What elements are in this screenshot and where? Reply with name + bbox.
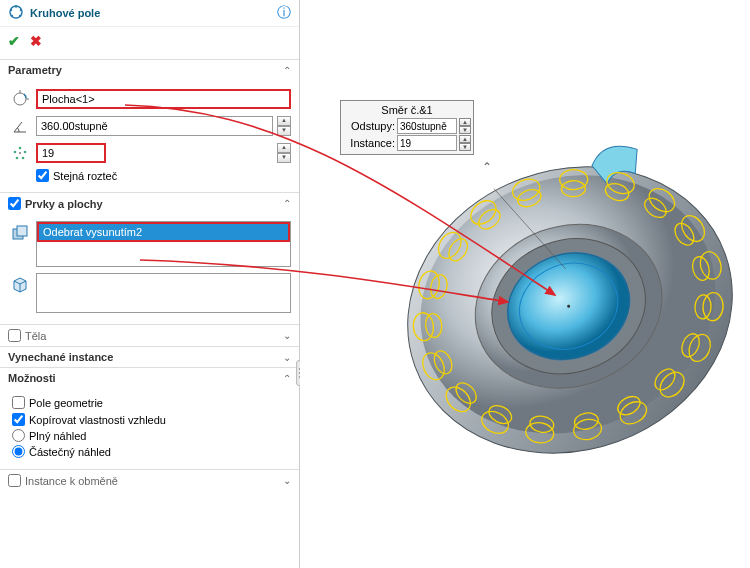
geometry-pattern-checkbox[interactable]: [12, 396, 25, 409]
section-vary-label: Instance k obměně: [25, 475, 118, 487]
chevron-up-icon: ⌃: [283, 198, 291, 209]
section-parametry-body: ▲▼ ▲▼ Stejná rozteč: [0, 80, 299, 192]
section-vary-header[interactable]: Instance k obměně ⌄: [0, 469, 299, 491]
property-panel: Kruhové pole ⓘ ✔ ✖ Parametry ⌃ ▲▼: [0, 0, 300, 568]
model-render: [380, 10, 740, 560]
ok-button[interactable]: ✔: [8, 33, 20, 49]
svg-point-2: [20, 9, 22, 11]
chevron-up-icon: ⌃: [283, 65, 291, 76]
section-parametry-header[interactable]: Parametry ⌃: [0, 59, 299, 80]
chevron-up-icon: ⌃: [283, 373, 291, 384]
count-icon: [8, 141, 32, 165]
svg-point-3: [19, 15, 21, 17]
axis-icon: [8, 87, 32, 111]
graphics-viewport[interactable]: Směr č.&1 Odstupy: ▲▼ Instance: ▲▼ ⌃: [300, 0, 750, 568]
features-list-icon: [8, 221, 32, 245]
feature-list-item[interactable]: Odebrat vysunutím2: [37, 222, 290, 242]
section-parametry-label: Parametry: [8, 64, 62, 76]
svg-point-11: [14, 151, 17, 154]
section-bodies-label: Těla: [25, 330, 46, 342]
section-options-body: Pole geometrie Kopírovat vlastnosti vzhl…: [0, 388, 299, 469]
vary-instances-checkbox[interactable]: [8, 474, 21, 487]
svg-point-9: [22, 157, 25, 160]
bodies-section-checkbox[interactable]: [8, 329, 21, 342]
cancel-button[interactable]: ✖: [30, 33, 42, 49]
svg-point-7: [19, 147, 22, 150]
section-features-label: Prvky a plochy: [25, 198, 103, 210]
partial-preview-label: Částečný náhled: [29, 446, 111, 458]
geometry-pattern-label: Pole geometrie: [29, 397, 103, 409]
svg-point-12: [19, 152, 21, 154]
section-skipped-label: Vynechané instance: [8, 351, 113, 363]
svg-point-5: [10, 9, 12, 11]
axis-input[interactable]: [36, 89, 291, 109]
section-features-body: Odebrat vysunutím2: [0, 214, 299, 324]
features-listbox[interactable]: Odebrat vysunutím2: [36, 221, 291, 267]
section-features-header[interactable]: Prvky a plochy ⌃: [0, 192, 299, 214]
angle-input[interactable]: [36, 116, 273, 136]
section-options-header[interactable]: Možnosti ⌃: [0, 367, 299, 388]
faces-list-icon: [8, 273, 32, 297]
chevron-down-icon: ⌄: [283, 330, 291, 341]
angle-icon: [8, 114, 32, 138]
partial-preview-radio[interactable]: [12, 445, 25, 458]
help-icon[interactable]: ⓘ: [277, 4, 291, 22]
copy-appearance-label: Kopírovat vlastnosti vzhledu: [29, 414, 166, 426]
full-preview-radio[interactable]: [12, 429, 25, 442]
svg-point-4: [11, 15, 13, 17]
confirm-row: ✔ ✖: [0, 27, 299, 59]
section-bodies-header[interactable]: Těla ⌄: [0, 324, 299, 346]
svg-rect-14: [17, 226, 27, 236]
section-options-label: Možnosti: [8, 372, 56, 384]
equal-spacing-checkbox[interactable]: [36, 169, 49, 182]
svg-point-8: [24, 151, 27, 154]
panel-title: Kruhové pole: [30, 7, 277, 19]
chevron-down-icon: ⌄: [283, 352, 291, 363]
features-section-checkbox[interactable]: [8, 197, 21, 210]
full-preview-label: Plný náhled: [29, 430, 87, 442]
copy-appearance-checkbox[interactable]: [12, 413, 25, 426]
count-spinner[interactable]: ▲▼: [277, 143, 291, 163]
faces-listbox[interactable]: [36, 273, 291, 313]
angle-spinner[interactable]: ▲▼: [277, 116, 291, 136]
count-input[interactable]: [36, 143, 106, 163]
chevron-down-icon: ⌄: [283, 475, 291, 486]
svg-point-1: [15, 5, 17, 7]
section-skipped-header[interactable]: Vynechané instance ⌄: [0, 346, 299, 367]
panel-header: Kruhové pole ⓘ: [0, 0, 299, 27]
circular-pattern-icon: [8, 4, 24, 22]
svg-point-10: [16, 157, 19, 160]
equal-spacing-label: Stejná rozteč: [53, 170, 117, 182]
